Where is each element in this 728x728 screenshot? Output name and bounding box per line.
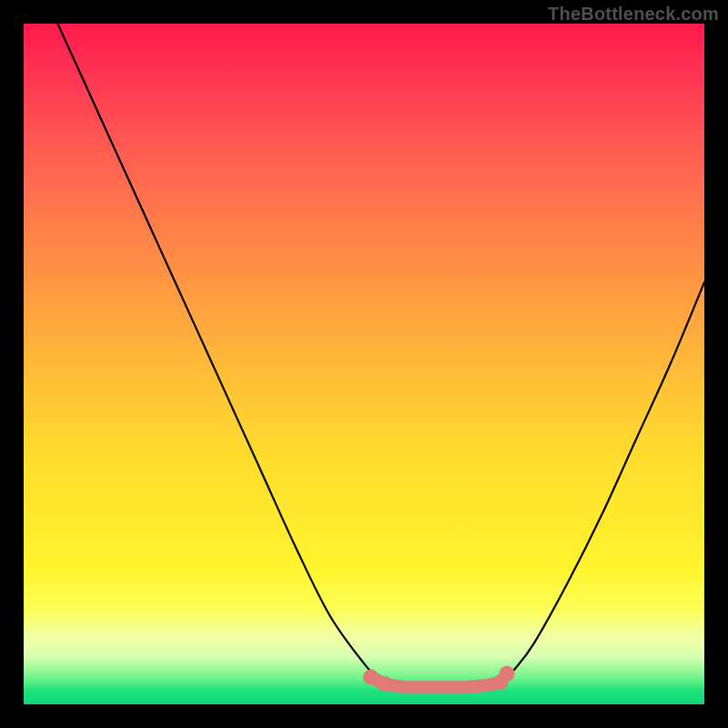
chart-container: TheBottleneck.com	[0, 0, 728, 728]
marker-dot	[500, 666, 515, 682]
marker-dot	[377, 676, 392, 692]
left-curve-path	[57, 24, 391, 684]
right-curve-path	[500, 282, 704, 683]
watermark-text: TheBottleneck.com	[548, 4, 719, 25]
marker-dot	[363, 670, 379, 685]
curve-group	[57, 24, 704, 692]
curve-svg	[24, 24, 704, 704]
